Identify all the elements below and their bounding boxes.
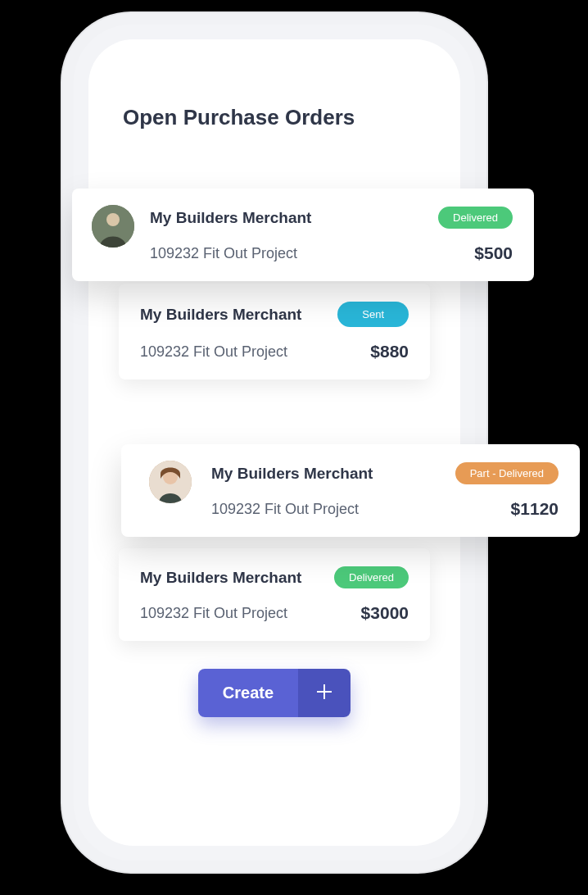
order-card[interactable]: My Builders Merchant Delivered 109232 Fi… [72,189,534,281]
order-card[interactable]: My Builders Merchant Part - Delivered 10… [121,444,580,537]
avatar [149,461,192,503]
avatar [92,205,134,248]
merchant-name: My Builders Merchant [211,465,373,483]
phone-frame: Open Purchase Orders My Builders Merchan… [74,25,475,861]
order-detail-row: 109232 Fit Out Project $3000 [140,603,409,623]
order-card[interactable]: My Builders Merchant Delivered 109232 Fi… [119,548,430,641]
order-header-row: My Builders Merchant Delivered [140,566,409,588]
merchant-name: My Builders Merchant [150,209,311,227]
order-card[interactable]: My Builders Merchant Sent 109232 Fit Out… [119,284,430,379]
project-name: 109232 Fit Out Project [140,605,287,622]
order-amount: $500 [474,243,513,263]
page-title: Open Purchase Orders [123,105,355,130]
order-header-row: My Builders Merchant Delivered [150,207,513,229]
order-amount: $1120 [511,499,559,519]
status-badge: Delivered [334,566,409,588]
status-badge: Part - Delivered [455,462,559,484]
order-header-row: My Builders Merchant Sent [140,302,409,327]
project-name: 109232 Fit Out Project [211,501,359,518]
create-button[interactable]: Create [198,669,298,717]
merchant-name: My Builders Merchant [140,306,301,324]
plus-icon [314,679,334,707]
order-detail-row: 109232 Fit Out Project $500 [150,243,513,263]
create-button-group: Create [198,669,351,717]
order-header-row: My Builders Merchant Part - Delivered [211,462,559,484]
status-badge: Delivered [438,207,513,229]
order-amount: $880 [370,342,409,361]
status-badge: Sent [337,302,409,327]
project-name: 109232 Fit Out Project [150,245,297,262]
order-amount: $3000 [361,603,409,623]
merchant-name: My Builders Merchant [140,569,301,587]
create-plus-button[interactable] [298,669,351,717]
order-detail-row: 109232 Fit Out Project $880 [140,342,409,361]
screen: Open Purchase Orders My Builders Merchan… [88,39,460,846]
order-detail-row: 109232 Fit Out Project $1120 [211,499,559,519]
project-name: 109232 Fit Out Project [140,343,287,361]
svg-point-1 [106,213,120,226]
